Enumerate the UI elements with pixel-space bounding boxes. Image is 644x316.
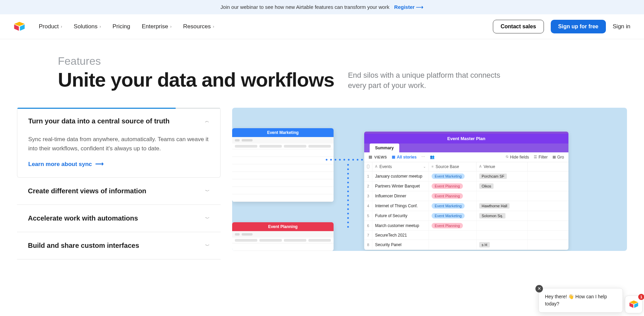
table-row[interactable]: 5Future of SecurityEvent MarketingSolomo…	[364, 211, 568, 221]
nav-item-pricing[interactable]: Pricing	[113, 23, 130, 30]
people-icon[interactable]: 👥	[430, 155, 435, 159]
hero-title: Unite your data and workflows	[58, 69, 334, 91]
nav-item-product[interactable]: Product›	[39, 23, 62, 30]
hero-eyebrow: Features	[58, 55, 586, 67]
chevron-right-icon: ›	[100, 24, 101, 29]
chevron-right-icon: ›	[213, 24, 214, 29]
card-event-master-plan: Event Master Plan Summary ▤VIEWS ▦All st…	[364, 132, 568, 250]
nav-item-resources[interactable]: Resources›	[183, 23, 214, 30]
table-row[interactable]: 3Influencer DinnerEvent Planning	[364, 191, 568, 201]
main-nav: Product›Solutions›PricingEnterprise›Reso…	[0, 14, 644, 39]
contact-sales-button[interactable]: Contact sales	[493, 20, 544, 33]
chevron-down-icon: ﹀	[205, 215, 210, 222]
grid-icon: ▦	[392, 155, 395, 159]
chevron-down-icon: ﹀	[205, 243, 210, 249]
accordion-item-interfaces[interactable]: Build and share custom interfaces ﹀	[17, 232, 221, 259]
chevron-up-icon: ︿	[205, 118, 209, 124]
more-icon[interactable]: ⋯	[421, 155, 425, 159]
chevron-right-icon: ›	[170, 24, 172, 29]
hero-section: Features Unite your data and workflows E…	[0, 39, 644, 101]
group-icon: ▦	[552, 155, 556, 159]
chevron-right-icon: ›	[61, 24, 62, 29]
connector-dots-horizontal	[326, 159, 363, 161]
banner-text: Join our webinar to see how new Airtable…	[221, 4, 389, 10]
banner-register-link[interactable]: Register⟶	[394, 4, 423, 10]
view-all-stories[interactable]: ▦All stories	[392, 155, 417, 160]
arrow-right-icon: ⟶	[416, 4, 423, 10]
nav-item-enterprise[interactable]: Enterprise›	[142, 23, 172, 30]
signup-button[interactable]: Sign up for free	[551, 20, 606, 33]
filter-button[interactable]: ☰Filter	[534, 155, 548, 160]
checkbox-icon[interactable]	[367, 165, 369, 168]
eye-off-icon: ⦰	[506, 155, 509, 159]
group-button[interactable]: ▦Gro	[552, 155, 564, 160]
views-button[interactable]: ▤VIEWS	[369, 155, 387, 159]
accordion-item-views[interactable]: Create different views of information ﹀	[17, 178, 221, 205]
feature-visual: Event Marketing Event Planning Event Mas…	[232, 108, 627, 251]
table-row[interactable]: 6March customer meetupEvent Planning	[364, 221, 568, 231]
accordion-item-automations[interactable]: Accelerate work with automations ﹀	[17, 205, 221, 232]
table-row[interactable]: 2Partners Winter BanquetEvent PlanningOi…	[364, 181, 568, 191]
accordion-title: Turn your data into a central source of …	[28, 117, 170, 125]
announcement-banner: Join our webinar to see how new Airtable…	[0, 0, 644, 14]
nav-item-solutions[interactable]: Solutions›	[74, 23, 101, 30]
accordion-desc: Sync real-time data from anywhere, autom…	[28, 135, 209, 153]
master-column-headers: AEvents⌄ ≡Source Base AVenue	[364, 162, 568, 171]
text-icon: A	[479, 165, 482, 168]
list-icon: ≡	[432, 165, 434, 168]
learn-more-sync-link[interactable]: Learn more about sync⟶	[28, 161, 209, 168]
text-icon: A	[375, 165, 377, 168]
chevron-down-icon[interactable]: ⌄	[423, 165, 426, 168]
chevron-down-icon: ﹀	[205, 188, 210, 194]
card-event-planning: Event Planning	[232, 222, 334, 251]
signin-link[interactable]: Sign in	[613, 23, 630, 30]
feature-accordion: Turn your data into a central source of …	[17, 108, 221, 259]
table-row[interactable]: 7SecureTech 2021	[364, 231, 568, 240]
master-tab-summary[interactable]: Summary	[370, 144, 399, 152]
sidebar-icon: ▤	[369, 155, 372, 159]
table-row[interactable]: 4Internet of Things Conf.Event Marketing…	[364, 201, 568, 211]
table-row[interactable]: 8Security Panels H	[364, 240, 568, 250]
accordion-item-sync[interactable]: Turn your data into a central source of …	[17, 108, 221, 178]
arrow-right-icon: ⟶	[95, 161, 103, 168]
card-event-marketing: Event Marketing	[232, 128, 334, 202]
hero-subtitle: End silos with a unique platform that co…	[348, 69, 504, 90]
connector-dots-vertical	[347, 164, 349, 228]
table-row[interactable]: 1January customer meetupEvent MarketingP…	[364, 171, 568, 181]
logo[interactable]	[14, 22, 25, 31]
filter-icon: ☰	[534, 155, 537, 159]
hide-fields-button[interactable]: ⦰Hide fields	[506, 155, 529, 160]
